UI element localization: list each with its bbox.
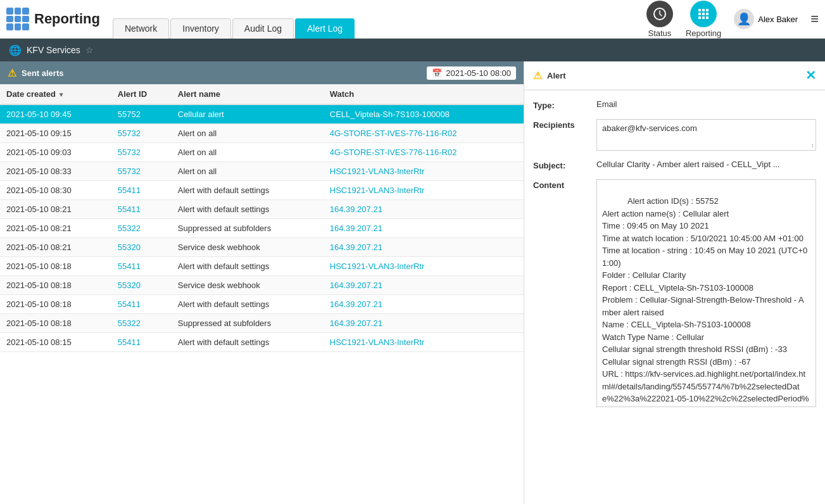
status-label: Status — [648, 28, 671, 38]
date-filter-button[interactable]: 📅 2021-05-10 08:00 — [427, 66, 516, 80]
table-row[interactable]: 2021-05-10 08:1555411Alert with default … — [0, 333, 524, 352]
cell-date: 2021-05-10 08:18 — [0, 295, 111, 314]
user-avatar-icon: 👤 — [734, 9, 754, 29]
recipients-box: abaker@kfv-services.com ↕ — [596, 119, 816, 151]
cell-alert-name: Alert with default settings — [172, 333, 324, 352]
cell-alert-id[interactable]: 55752 — [111, 104, 172, 124]
content-value: Alert action ID(s) : 55752 Alert action … — [602, 196, 810, 407]
cell-date: 2021-05-10 08:21 — [0, 219, 111, 238]
cell-date: 2021-05-10 08:15 — [0, 333, 111, 352]
cell-alert-id[interactable]: 55411 — [111, 295, 172, 314]
cell-date: 2021-05-10 09:45 — [0, 104, 111, 124]
content-box[interactable]: Alert action ID(s) : 55752 Alert action … — [596, 179, 816, 407]
svg-rect-2 — [702, 9, 705, 11]
subject-label: Subject: — [533, 160, 596, 170]
recipients-label: Recipients — [533, 119, 596, 130]
table-row[interactable]: 2021-05-10 08:3055411Alert with default … — [0, 181, 524, 200]
table-row[interactable]: 2021-05-10 08:2155320Service desk webhoo… — [0, 238, 524, 257]
table-row[interactable]: 2021-05-10 08:1855411Alert with default … — [0, 295, 524, 314]
tab-audit-log[interactable]: Audit Log — [232, 18, 294, 39]
table-row[interactable]: 2021-05-10 09:0355732Alert on all4G-STOR… — [0, 143, 524, 162]
sent-alerts-label: Sent alerts — [22, 68, 63, 78]
cell-alert-id[interactable]: 55320 — [111, 238, 172, 257]
cell-alert-id[interactable]: 55411 — [111, 181, 172, 200]
tab-network[interactable]: Network — [113, 18, 169, 39]
cell-alert-id[interactable]: 55732 — [111, 143, 172, 162]
col-watch[interactable]: Watch — [324, 84, 524, 104]
cell-watch[interactable]: 4G-STORE-ST-IVES-776-116-R02 — [324, 143, 524, 162]
app-logo: Reporting — [6, 8, 100, 30]
sent-alerts-title: ⚠ Sent alerts — [8, 67, 63, 79]
alert-type-field: Type: Email — [533, 99, 816, 110]
col-alert-id[interactable]: Alert ID — [111, 84, 172, 104]
cell-alert-id[interactable]: 55411 — [111, 333, 172, 352]
cell-watch[interactable]: CELL_Viptela-Sh-7S103-100008 — [324, 104, 524, 124]
cell-alert-id[interactable]: 55322 — [111, 219, 172, 238]
cell-watch[interactable]: 4G-STORE-ST-IVES-776-116-R02 — [324, 124, 524, 143]
status-nav-button[interactable]: Status — [646, 1, 673, 38]
reporting-nav-button[interactable]: Reporting — [686, 1, 721, 38]
col-alert-name[interactable]: Alert name — [172, 84, 324, 104]
cell-alert-name: Alert with default settings — [172, 257, 324, 276]
cell-alert-id[interactable]: 55732 — [111, 162, 172, 181]
table-row[interactable]: 2021-05-10 09:4555752Cellular alertCELL_… — [0, 104, 524, 124]
cell-date: 2021-05-10 08:18 — [0, 314, 111, 333]
cell-watch[interactable]: HSC1921-VLAN3-InterRtr — [324, 162, 524, 181]
user-name: Alex Baker — [758, 15, 798, 24]
hamburger-menu-button[interactable]: ≡ — [810, 11, 819, 27]
reporting-label: Reporting — [686, 28, 721, 38]
cell-watch[interactable]: HSC1921-VLAN3-InterRtr — [324, 257, 524, 276]
cell-alert-name: Cellular alert — [172, 104, 324, 124]
table-row[interactable]: 2021-05-10 08:1855322Suppressed at subfo… — [0, 314, 524, 333]
svg-rect-5 — [702, 13, 705, 15]
close-button[interactable]: ✕ — [805, 68, 816, 83]
table-row[interactable]: 2021-05-10 08:2155322Suppressed at subfo… — [0, 219, 524, 238]
type-label: Type: — [533, 99, 596, 110]
cell-alert-id[interactable]: 55732 — [111, 124, 172, 143]
cell-alert-id[interactable]: 55411 — [111, 200, 172, 219]
alert-content-field: Content Alert action ID(s) : 55752 Alert… — [533, 179, 816, 407]
table-row[interactable]: 2021-05-10 09:1555732Alert on all4G-STOR… — [0, 124, 524, 143]
cell-watch[interactable]: HSC1921-VLAN3-InterRtr — [324, 181, 524, 200]
cell-alert-name: Alert with default settings — [172, 295, 324, 314]
svg-rect-8 — [702, 16, 705, 19]
table-row[interactable]: 2021-05-10 08:1855320Service desk webhoo… — [0, 276, 524, 295]
date-filter-value: 2021-05-10 08:00 — [446, 68, 511, 78]
cell-watch[interactable]: 164.39.207.21 — [324, 314, 524, 333]
user-menu[interactable]: 👤 Alex Baker — [734, 9, 798, 29]
header-right: Status Reporting 👤 Alex Baker — [646, 1, 819, 38]
cell-alert-name: Alert on all — [172, 143, 324, 162]
alert-detail-header: ⚠ Alert ✕ — [524, 61, 825, 91]
cell-alert-name: Alert on all — [172, 162, 324, 181]
cell-watch[interactable]: 164.39.207.21 — [324, 238, 524, 257]
svg-rect-4 — [698, 13, 701, 15]
col-date-created[interactable]: Date created ▼ — [0, 84, 111, 104]
reporting-icon — [690, 1, 717, 27]
app-header: Reporting Network Inventory Audit Log Al… — [0, 0, 825, 39]
cell-alert-id[interactable]: 55322 — [111, 314, 172, 333]
cell-date: 2021-05-10 08:30 — [0, 181, 111, 200]
tab-inventory[interactable]: Inventory — [170, 18, 231, 39]
table-row[interactable]: 2021-05-10 08:3355732Alert on allHSC1921… — [0, 162, 524, 181]
scroll-indicator: ↕ — [811, 142, 814, 149]
recipients-value: abaker@kfv-services.com — [602, 123, 697, 133]
cell-watch[interactable]: 164.39.207.21 — [324, 295, 524, 314]
cell-alert-id[interactable]: 55411 — [111, 257, 172, 276]
alert-subject-field: Subject: Cellular Clarity - Amber alert … — [533, 160, 816, 170]
favorite-star-icon[interactable]: ☆ — [85, 45, 94, 55]
cell-watch[interactable]: 164.39.207.21 — [324, 276, 524, 295]
alert-detail-title: ⚠ Alert — [533, 70, 566, 82]
app-title: Reporting — [34, 11, 100, 27]
breadcrumb-bar: 🌐 KFV Services ☆ — [0, 39, 825, 61]
cell-watch[interactable]: HSC1921-VLAN3-InterRtr — [324, 333, 524, 352]
tab-alert-log[interactable]: Alert Log — [295, 18, 355, 39]
subject-value: Cellular Clarity - Amber alert raised - … — [596, 160, 816, 169]
table-row[interactable]: 2021-05-10 08:2155411Alert with default … — [0, 200, 524, 219]
cell-watch[interactable]: 164.39.207.21 — [324, 200, 524, 219]
cell-alert-name: Service desk webhook — [172, 238, 324, 257]
cell-alert-id[interactable]: 55320 — [111, 276, 172, 295]
cell-watch[interactable]: 164.39.207.21 — [324, 219, 524, 238]
warning-icon: ⚠ — [8, 67, 16, 79]
header-tabs: Network Inventory Audit Log Alert Log — [113, 0, 356, 39]
table-row[interactable]: 2021-05-10 08:1855411Alert with default … — [0, 257, 524, 276]
